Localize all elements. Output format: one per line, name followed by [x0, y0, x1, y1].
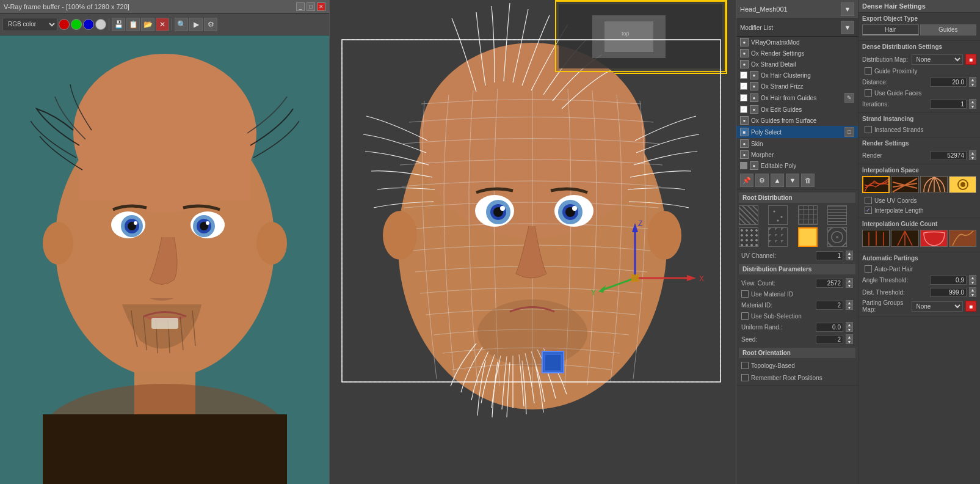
instanced-strands-checkbox[interactable]	[865, 126, 872, 133]
modifier-list-dropdown[interactable]: ▼	[841, 21, 854, 34]
modifier-item-oxhaircluster[interactable]: ✓ ● Ox Hair Clustering	[736, 70, 858, 81]
interp-cell-1[interactable]	[862, 176, 890, 193]
modifier-item-oxrender[interactable]: ● Ox Render Settings	[736, 48, 858, 59]
guide-count-cell-4[interactable]	[949, 230, 976, 247]
oxhairfrom-checkbox[interactable]: ✓	[740, 94, 747, 101]
minimize-button[interactable]: _	[296, 2, 305, 11]
move-up-button[interactable]: ▲	[771, 174, 784, 187]
render-button[interactable]: ▶	[189, 18, 203, 31]
polyselect-expand-btn[interactable]: □	[844, 127, 854, 137]
pattern-selected[interactable]	[798, 227, 818, 247]
material-id-input[interactable]	[816, 301, 843, 310]
modifier-item-editpoly[interactable]: ● Editable Poly	[736, 160, 858, 171]
pattern-grid-cell[interactable]	[798, 205, 818, 225]
material-id-down[interactable]: ▼	[846, 305, 853, 310]
parting-groups-map-color-btn[interactable]: ■	[965, 301, 976, 312]
modifier-item-oxstrandfrizz[interactable]: ✓ ● Ox Strand Frizz	[736, 81, 858, 92]
uv-channel-down[interactable]: ▼	[846, 255, 853, 260]
maximize-button[interactable]: □	[307, 2, 315, 11]
modifier-item-oxguidesfrom[interactable]: ● Ox Guides from Surface	[736, 115, 858, 126]
modifier-item-skin[interactable]: ● Skin	[736, 138, 858, 149]
modifier-item-polyselect[interactable]: ■ Poly Select □	[736, 126, 858, 138]
modifier-item-oxeditguides[interactable]: ✓ ● Ox Edit Guides	[736, 104, 858, 115]
render-region-button[interactable]: 🔍	[175, 18, 188, 31]
modifier-item-oxhairfrom[interactable]: ✓ ● Ox Hair from Guides ✎	[736, 92, 858, 104]
seed-down[interactable]: ▼	[846, 339, 853, 344]
view-count-up[interactable]: ▲	[846, 278, 853, 283]
pattern-triangle[interactable]	[768, 227, 788, 247]
color-btn-green[interactable]	[71, 19, 82, 30]
pattern-dots[interactable]	[739, 227, 758, 247]
open-button[interactable]: 📂	[141, 18, 154, 31]
view-count-down[interactable]: ▼	[846, 283, 853, 288]
modifier-item-morpher[interactable]: ● Morpher	[736, 149, 858, 160]
dist-threshold-down[interactable]: ▼	[969, 292, 976, 297]
uv-channel-up[interactable]: ▲	[846, 251, 853, 255]
dist-threshold-up[interactable]: ▲	[969, 287, 976, 292]
remember-root-checkbox[interactable]	[741, 374, 749, 381]
dist-map-select[interactable]: None	[912, 54, 964, 65]
seed-up[interactable]: ▲	[846, 334, 853, 339]
interp-cell-4[interactable]	[949, 176, 976, 193]
iterations-input[interactable]	[930, 100, 967, 109]
close-button[interactable]: ✕	[317, 2, 325, 11]
save-as-button[interactable]: 📋	[126, 18, 140, 31]
dist-threshold-input[interactable]	[930, 288, 967, 297]
configure-button[interactable]: ⚙	[755, 174, 769, 187]
iterations-up[interactable]: ▲	[969, 99, 976, 104]
parting-groups-map-select[interactable]: None	[912, 301, 964, 312]
use-uv-coords-checkbox[interactable]	[865, 197, 872, 204]
interpolate-length-checkbox[interactable]	[865, 207, 872, 214]
delete-mod-button[interactable]: 🗑	[801, 174, 815, 187]
color-btn-white[interactable]	[95, 19, 106, 30]
dist-map-color-btn[interactable]: ■	[965, 54, 976, 65]
oxhairfrom-edit-btn[interactable]: ✎	[844, 93, 854, 103]
use-material-id-checkbox[interactable]	[741, 290, 749, 298]
distance-down[interactable]: ▼	[969, 82, 976, 87]
angle-threshold-input[interactable]	[930, 276, 967, 285]
uv-channel-input[interactable]	[816, 251, 843, 260]
material-id-up[interactable]: ▲	[846, 300, 853, 305]
seed-input[interactable]	[816, 335, 843, 344]
render-down[interactable]: ▼	[969, 155, 976, 160]
guide-proximity-checkbox[interactable]	[865, 67, 872, 75]
uniform-rand-up[interactable]: ▲	[846, 322, 853, 327]
color-mode-select[interactable]: RGB color	[2, 18, 57, 31]
tab-guides[interactable]: Guides	[920, 24, 977, 35]
render-up[interactable]: ▲	[969, 150, 976, 155]
use-guide-faces-checkbox[interactable]	[865, 89, 872, 97]
angle-threshold-up[interactable]: ▲	[969, 275, 976, 280]
angle-threshold-down[interactable]: ▼	[969, 280, 976, 285]
oxstrandfrizz-checkbox[interactable]: ✓	[740, 82, 747, 90]
view-count-input[interactable]	[816, 279, 843, 288]
modifier-item-vray[interactable]: ● VRayOrnatrixMod	[736, 37, 858, 48]
guide-count-cell-2[interactable]	[891, 230, 918, 247]
pin-button[interactable]: 📌	[740, 174, 753, 187]
auto-part-hair-checkbox[interactable]	[865, 265, 872, 273]
move-down-button[interactable]: ▼	[786, 174, 799, 187]
uniform-rand-input[interactable]	[816, 323, 843, 332]
interp-cell-2[interactable]	[891, 176, 918, 193]
interp-cell-3[interactable]	[920, 176, 948, 193]
pattern-mixed[interactable]	[827, 227, 847, 247]
pattern-wave[interactable]	[827, 205, 847, 225]
guide-count-cell-1[interactable]	[862, 230, 890, 247]
pattern-random[interactable]	[768, 205, 788, 225]
clear-button[interactable]: ✕	[156, 18, 169, 31]
uniform-rand-down[interactable]: ▼	[846, 327, 853, 332]
render-input[interactable]	[930, 151, 967, 160]
editpoly-checkbox[interactable]	[740, 162, 747, 169]
settings-button[interactable]: ⚙	[204, 18, 217, 31]
color-btn-blue[interactable]	[83, 19, 94, 30]
guide-count-cell-3[interactable]	[920, 230, 948, 247]
distance-input[interactable]	[930, 78, 967, 87]
topology-based-checkbox[interactable]	[741, 362, 749, 369]
pattern-uniform[interactable]	[739, 205, 758, 225]
use-sub-selection-checkbox[interactable]	[741, 312, 749, 320]
oxhaircluster-checkbox[interactable]: ✓	[740, 72, 747, 79]
modifier-item-oxstrand[interactable]: ● Ox Strand Detail	[736, 59, 858, 70]
tab-hair[interactable]: Hair	[862, 24, 919, 35]
distance-up[interactable]: ▲	[969, 77, 976, 82]
color-btn-red[interactable]	[59, 19, 70, 30]
oxeditguides-checkbox[interactable]: ✓	[740, 106, 747, 113]
